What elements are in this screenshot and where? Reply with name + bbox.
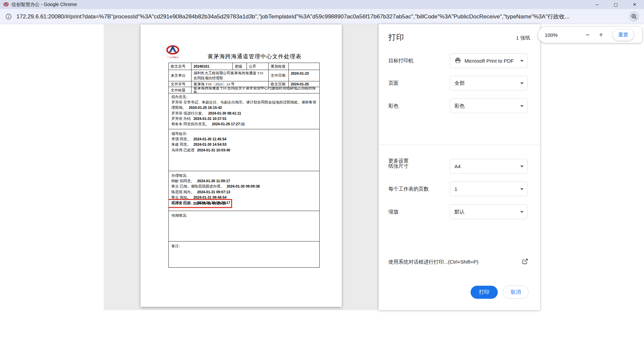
- open-in-new-icon[interactable]: [522, 258, 528, 266]
- pages-value: 全部: [454, 80, 465, 86]
- section-heading: 备注:: [171, 243, 317, 249]
- highlighted-approval-line: 马祥伟 同意2024-01-31 09:20:10: [168, 199, 232, 208]
- pages-per-sheet-select[interactable]: 1: [450, 182, 528, 196]
- opinion-line: 韩冬冬 同意拟办意见。2024-01-29 17:27:11: [171, 121, 317, 127]
- company-logo-text: 广东交通集团: [167, 56, 178, 58]
- pages-per-sheet-value: 1: [454, 186, 457, 192]
- color-select[interactable]: 彩色: [450, 98, 528, 113]
- paper-size-label: 纸张尺寸: [388, 163, 409, 169]
- instruction-line: 李强 同意。2024-01-30 11:45:54: [171, 136, 317, 142]
- cancel-button[interactable]: 取消: [503, 286, 529, 299]
- document-page: 广东交通集团 黄茅海跨海通道管理中心文件处理表 收文总号 20240101 密级…: [141, 24, 342, 307]
- section-proposed-opinions: 拟办意见: 罗芳菲 呈李书记、朱副主任、马副主任阅示。请计划合同部会征地拆迁部阅…: [168, 92, 320, 129]
- receive-no-label: 收文总号: [169, 63, 192, 70]
- color-label: 彩色: [388, 103, 398, 109]
- preview-pane: 广东交通集团 黄茅海跨海通道管理中心文件处理表 收文总号 20240101 密级…: [104, 24, 379, 310]
- from-unit-label: 来文单位: [169, 70, 192, 81]
- system-dialog-link[interactable]: 使用系统对话框进行打印...(Ctrl+Shift+P): [388, 259, 478, 265]
- instruction-line: 马祥伟 已处理2024-01-31 10:03:40: [171, 147, 317, 153]
- secrecy-value: 公开: [247, 63, 269, 70]
- zoom-reset-button[interactable]: 重置: [612, 29, 634, 41]
- document-info-table: 收文总号 20240101 密级 公开 紧急程度 来文单位 保利长大工程有限公司…: [168, 63, 320, 93]
- page-zoom-icon[interactable]: [629, 11, 639, 22]
- secrecy-label: 密级: [233, 63, 247, 70]
- dialog-divider: [379, 145, 540, 145]
- opinion-line: 罗芳菲 现进行分发。2024-01-30 08:41:11: [171, 111, 317, 116]
- print-preview-screen: 广东交通集团 黄茅海跨海通道管理中心文件处理表 收文总号 20240101 密级…: [0, 24, 644, 345]
- chevron-down-icon: [520, 82, 524, 84]
- chevron-down-icon: [520, 188, 524, 190]
- dialog-footer: 打印 取消: [471, 286, 529, 299]
- receive-no-value: 20240101: [192, 63, 233, 70]
- urgency-label: 紧急程度: [269, 63, 289, 70]
- system-dialog-row: 使用系统对话框进行打印...(Ctrl+Shift+P): [388, 257, 528, 267]
- window-titlebar: 信创智慧办公 - Google Chrome ─ ▢ ✕: [0, 0, 644, 9]
- receive-date-label: 收文日期: [269, 81, 289, 87]
- paper-size-select[interactable]: A4: [450, 159, 528, 174]
- destination-value: Microsoft Print to PDF: [465, 58, 514, 64]
- pages-row: 页面 全部: [388, 76, 528, 90]
- section-heading: 办理情况:: [171, 173, 317, 178]
- handling-line: 钟献 拟同意。2024-01-30 11:59:17: [171, 178, 317, 184]
- receive-date-value: 2024-01-25: [289, 81, 319, 87]
- page-zoom-toolbar: 100% − + 重置: [538, 27, 642, 43]
- print-dialog-title: 打印: [388, 32, 404, 43]
- paper-size-value: A4: [454, 163, 461, 169]
- sheet-count: 1 张纸: [516, 35, 530, 41]
- print-button[interactable]: 打印: [471, 286, 498, 299]
- opinion-line: 罗芳菲 呈李书记、朱副主任、马副主任阅示。请计划合同部会征地拆迁部阅处。请财务管…: [171, 99, 317, 110]
- zoom-level: 100%: [545, 32, 557, 38]
- pages-per-sheet-label: 每个工作表的页数: [388, 186, 429, 192]
- opinion-line: 罗芳菲 办结2024-01-31 10:37:01: [171, 116, 317, 121]
- chevron-down-icon: [520, 211, 524, 213]
- ref-no-value: 黄茅海 T10〔2024〕14 号: [192, 81, 269, 87]
- chevron-down-icon: [520, 105, 524, 107]
- scale-value: 默认: [454, 209, 465, 215]
- page-info-icon[interactable]: [5, 13, 12, 20]
- from-unit-value: 保利长大工程有限公司黄茅海跨海通道 T10 合同段项目经理部: [192, 70, 269, 81]
- doc-date-label: 文件日期: [269, 70, 289, 81]
- close-button[interactable]: ✕: [625, 0, 644, 9]
- print-dialog: 打印 1 张纸 目标打印机 Microsoft Print to PDF 页面: [379, 24, 540, 310]
- chevron-down-icon: [520, 165, 524, 167]
- pages-select[interactable]: 全部: [450, 76, 528, 90]
- destination-select[interactable]: Microsoft Print to PDF: [450, 53, 528, 68]
- pages-label: 页面: [388, 80, 398, 86]
- scale-select[interactable]: 默认: [450, 204, 528, 219]
- section-heading: 传阅情况:: [171, 213, 317, 218]
- window-title: 信创智慧办公 - Google Chrome: [11, 2, 77, 8]
- section-heading: 领导批示:: [171, 131, 317, 136]
- handling-line: 蒋云 已阅。请陈思琪跟进办理。2024-01-30 09:09:38: [171, 184, 317, 189]
- scale-row: 缩放 默认: [388, 204, 528, 219]
- paper-size-row: 纸张尺寸 A4: [388, 159, 528, 174]
- table-row: 来文单位 保利长大工程有限公司黄茅海跨海通道 T10 合同段项目经理部 文件日期…: [169, 70, 319, 81]
- company-logo-icon: 广东交通集团: [166, 45, 180, 59]
- minimize-button[interactable]: ─: [588, 0, 606, 9]
- handling-line: 陈思琪 阅办。2024-01-31 09:07:13: [171, 189, 317, 195]
- urgency-value: [289, 63, 319, 70]
- printer-icon: [454, 57, 461, 65]
- zoom-in-button[interactable]: +: [596, 30, 606, 40]
- ref-no-label: 文件字号: [169, 81, 192, 87]
- color-row: 彩色 彩色: [388, 98, 528, 113]
- color-value: 彩色: [454, 103, 465, 109]
- doc-date-value: 2024-01-23: [289, 70, 319, 81]
- section-leader-instructions: 领导批示: 李强 同意。2024-01-30 11:45:54 朱超 同意。20…: [168, 129, 320, 171]
- section-heading: 拟办意见:: [171, 94, 317, 99]
- browser-toolbar: 172.29.6.61:20080/#/print?data=%7B"proce…: [0, 9, 644, 24]
- maximize-button[interactable]: ▢: [606, 0, 625, 9]
- zoom-out-button[interactable]: −: [583, 30, 592, 40]
- section-circulation: 传阅情况:: [168, 211, 320, 242]
- destination-label: 目标打印机: [388, 58, 414, 64]
- table-row: 收文总号 20240101 密级 公开 紧急程度: [169, 63, 319, 70]
- destination-row: 目标打印机 Microsoft Print to PDF: [388, 53, 528, 68]
- document-title: 黄茅海跨海通道管理中心文件处理表: [198, 53, 312, 60]
- chevron-down-icon: [520, 60, 524, 62]
- scale-label: 缩放: [388, 209, 398, 215]
- instruction-line: 朱超 同意。2024-01-30 14:54:53: [171, 142, 317, 147]
- table-row: 文件字号 黄茅海 T10〔2024〕14 号 收文日期 2024-01-25: [169, 81, 319, 87]
- section-handling-status: 办理情况: 钟献 拟同意。2024-01-30 11:59:17 蒋云 已阅。请…: [168, 171, 320, 211]
- section-remarks: 备注:: [168, 242, 320, 268]
- address-bar[interactable]: 172.29.6.61:20080/#/print?data=%7B"proce…: [16, 13, 626, 20]
- pages-per-sheet-row: 每个工作表的页数 1: [388, 182, 528, 196]
